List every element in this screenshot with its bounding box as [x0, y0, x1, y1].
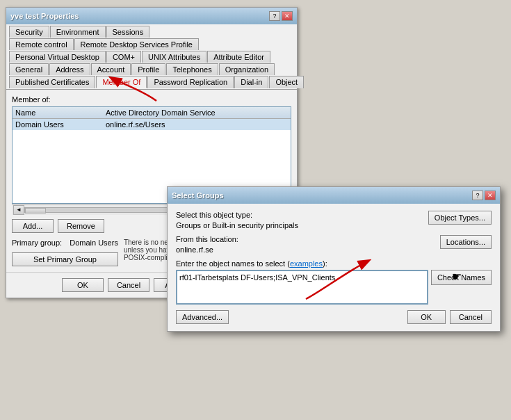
remove-button[interactable]: Remove: [58, 219, 104, 233]
tab-member-of[interactable]: Member Of: [96, 76, 147, 88]
primary-group-label: Primary group:: [12, 239, 62, 247]
object-type-left: Select this object type: Groups or Built…: [176, 211, 423, 229]
tab-telephones[interactable]: Telephones: [166, 63, 218, 75]
tab-row-5: Published Certificates Member Of Passwor…: [9, 76, 294, 88]
tab-row-1: Security Environment Sessions: [9, 26, 294, 38]
main-title-bar: yve test Properties ? ✕: [6, 8, 297, 24]
tab-environment[interactable]: Environment: [50, 26, 106, 38]
tab-sessions[interactable]: Sessions: [106, 26, 150, 38]
enter-names-row: Enter the object names to select (exampl…: [176, 259, 492, 305]
ok-cancel-group: OK Cancel: [407, 310, 492, 324]
tab-unix[interactable]: UNIX Attributes: [142, 51, 206, 63]
primary-group-left: Primary group: Domain Users Set Primary …: [12, 239, 118, 266]
object-type-value: Groups or Built-in security principals: [176, 221, 423, 229]
dialog-title: Select Groups: [172, 191, 224, 200]
row-adds: online.rf.se/Users: [106, 120, 165, 129]
location-label: From this location:: [176, 235, 435, 243]
tab-password-replication[interactable]: Password Replication: [147, 76, 234, 88]
tab-attribute-editor[interactable]: Attribute Editor: [207, 51, 270, 63]
main-window-title: yve test Properties: [10, 12, 79, 20]
tab-row-4: General Address Account Profile Telephon…: [9, 63, 294, 75]
dialog-content: Select this object type: Groups or Built…: [168, 204, 500, 331]
tabs-container: Security Environment Sessions Remote con…: [6, 24, 297, 88]
col-name-header: Name: [15, 108, 106, 117]
cancel-button[interactable]: Cancel: [108, 278, 149, 292]
input-row: Check Names: [176, 270, 492, 305]
add-button[interactable]: Add...: [12, 219, 54, 233]
table-row[interactable]: Domain Users online.rf.se/Users: [13, 119, 291, 130]
scroll-left-btn[interactable]: ◄: [13, 205, 24, 215]
tab-organization[interactable]: Organization: [219, 63, 275, 75]
title-bar-buttons: ? ✕: [269, 11, 293, 21]
location-row: From this location: online.rf.se Locatio…: [176, 235, 492, 254]
dialog-help-button[interactable]: ?: [472, 191, 483, 200]
set-primary-group-button[interactable]: Set Primary Group: [12, 252, 118, 266]
tab-personal-virtual[interactable]: Personal Virtual Desktop: [9, 51, 106, 63]
ok-button[interactable]: OK: [62, 278, 104, 292]
help-button[interactable]: ?: [269, 11, 280, 21]
tab-remote-desktop[interactable]: Remote Desktop Services Profile: [74, 38, 199, 50]
tab-profile[interactable]: Profile: [131, 63, 165, 75]
object-names-input[interactable]: [176, 270, 428, 305]
select-groups-dialog: Select Groups ? ✕ Select this object typ…: [167, 186, 501, 332]
locations-button[interactable]: Locations...: [440, 235, 492, 249]
tab-row-3: Personal Virtual Desktop COM+ UNIX Attri…: [9, 51, 294, 63]
dialog-bottom-row: Advanced... OK Cancel: [176, 310, 492, 324]
scrollbar-thumb[interactable]: [25, 208, 46, 213]
object-type-row: Select this object type: Groups or Built…: [176, 211, 492, 229]
enter-names-label: Enter the object names to select (exampl…: [176, 259, 492, 268]
examples-link[interactable]: examples: [290, 259, 323, 268]
tab-remote-control[interactable]: Remote control: [9, 38, 74, 50]
tab-account[interactable]: Account: [91, 63, 131, 75]
row-name: Domain Users: [15, 120, 106, 129]
tab-object[interactable]: Object: [269, 76, 304, 88]
dialog-cancel-button[interactable]: Cancel: [450, 310, 492, 324]
primary-group-info: Primary group: Domain Users: [12, 239, 118, 247]
tab-com[interactable]: COM+: [106, 51, 141, 63]
dialog-ok-button[interactable]: OK: [407, 310, 446, 324]
location-left: From this location: online.rf.se: [176, 235, 435, 254]
tab-published-certs[interactable]: Published Certificates: [9, 76, 95, 88]
object-types-button[interactable]: Object Types...: [428, 211, 492, 225]
dialog-close-button[interactable]: ✕: [485, 191, 496, 200]
close-button[interactable]: ✕: [282, 11, 293, 21]
object-type-label: Select this object type:: [176, 211, 423, 219]
tab-dial-in[interactable]: Dial-in: [234, 76, 268, 88]
tab-security[interactable]: Security: [9, 26, 49, 38]
primary-group-value: Domain Users: [70, 239, 118, 247]
tab-row-2: Remote control Remote Desktop Services P…: [9, 38, 294, 50]
col-adds-header: Active Directory Domain Service: [106, 108, 216, 117]
dialog-title-bar: Select Groups ? ✕: [168, 187, 500, 204]
tab-general[interactable]: General: [9, 63, 49, 75]
check-names-button[interactable]: Check Names: [431, 270, 492, 285]
advanced-button[interactable]: Advanced...: [176, 310, 229, 324]
location-value: online.rf.se: [176, 245, 435, 254]
tab-address[interactable]: Address: [49, 63, 90, 75]
dialog-title-buttons: ? ✕: [472, 191, 496, 200]
list-header: Name Active Directory Domain Service: [13, 107, 291, 119]
member-of-label: Member of:: [12, 95, 291, 104]
